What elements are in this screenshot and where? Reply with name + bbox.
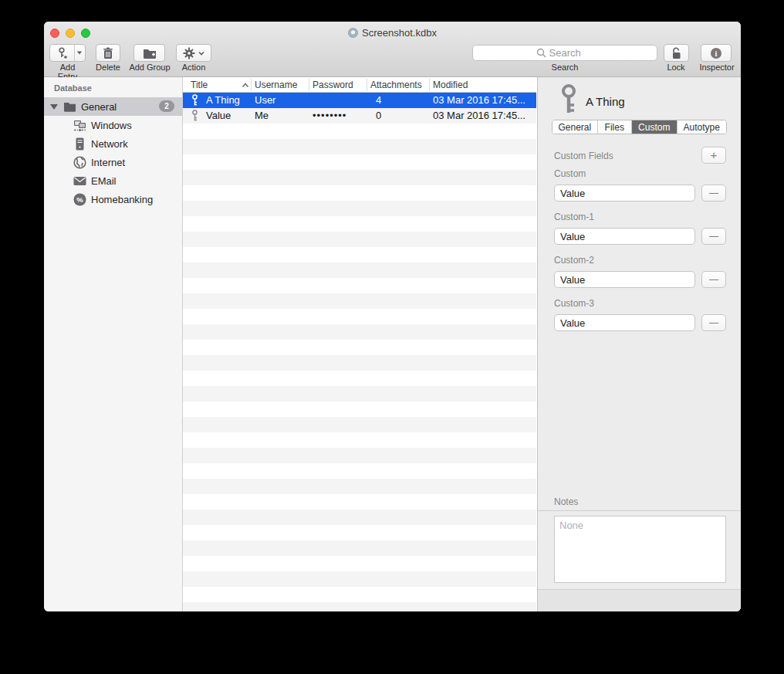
cell-username: Me xyxy=(255,110,269,121)
column-header-attachments[interactable]: Attachments xyxy=(370,80,422,90)
sidebar-item-internet[interactable]: Internet xyxy=(44,153,183,171)
table-body: A Thing User 4 03 Mar 2016 17:45... Valu… xyxy=(183,93,536,611)
column-header-title[interactable]: Title xyxy=(191,80,208,90)
custom-field-label: Custom-1 xyxy=(554,212,594,222)
cell-modified: 03 Mar 2016 17:45... xyxy=(433,94,534,106)
key-icon xyxy=(191,110,199,122)
folder-plus-icon xyxy=(143,47,157,59)
add-group-label: Add Group xyxy=(126,63,174,72)
cell-password: •••••••• xyxy=(313,110,346,121)
lock-button[interactable] xyxy=(664,44,689,62)
cell-title: A Thing xyxy=(206,94,240,106)
search-icon xyxy=(536,48,546,58)
custom-field-label: Custom-2 xyxy=(554,255,594,266)
sidebar-item-homebanking[interactable]: % Homebanking xyxy=(44,190,183,208)
info-icon: i xyxy=(710,47,722,59)
cell-modified: 03 Mar 2016 17:45... xyxy=(433,110,534,121)
envelope-icon xyxy=(73,174,86,188)
add-entry-dropdown[interactable] xyxy=(75,51,85,55)
globe-icon xyxy=(73,156,86,169)
sort-ascending-icon xyxy=(242,83,249,88)
column-divider[interactable] xyxy=(367,79,367,91)
tab-files[interactable]: Files xyxy=(598,120,632,134)
tab-general[interactable]: General xyxy=(553,120,598,134)
folder-icon xyxy=(63,101,76,112)
tab-autotype[interactable]: Autotype xyxy=(678,120,726,134)
column-header-modified[interactable]: Modified xyxy=(433,80,468,90)
custom-field-label: Custom-3 xyxy=(554,298,594,309)
desktop-background: Screenshot.kdbx Add En xyxy=(0,0,784,674)
delete-label: Delete xyxy=(88,63,128,72)
action-label: Action xyxy=(168,63,219,72)
action-button[interactable] xyxy=(176,44,211,62)
sidebar-section-header: Database xyxy=(54,83,92,93)
svg-text:%: % xyxy=(76,195,83,204)
svg-text:i: i xyxy=(715,49,718,58)
unlocked-padlock-icon xyxy=(671,47,682,59)
trash-icon xyxy=(103,47,113,59)
remove-custom-field-button[interactable]: — xyxy=(701,185,726,202)
percent-circle-icon: % xyxy=(73,193,86,206)
inspector-footer xyxy=(538,589,741,611)
add-group-button[interactable] xyxy=(133,44,165,62)
sidebar-item-label: Internet xyxy=(91,157,125,168)
windows-network-icon xyxy=(73,119,86,132)
custom-field-value-input[interactable] xyxy=(554,271,695,288)
inspector-button[interactable]: i xyxy=(701,44,732,62)
table-row[interactable]: Value Me •••••••• 0 03 Mar 2016 17:45... xyxy=(183,108,536,124)
delete-button[interactable] xyxy=(96,44,120,62)
inspector-entry-title: A Thing xyxy=(586,95,625,108)
custom-field-value-input[interactable] xyxy=(554,228,695,245)
disclosure-triangle-icon[interactable] xyxy=(50,104,58,110)
sidebar-item-network[interactable]: Network xyxy=(44,134,183,153)
sidebar-item-email[interactable]: EMail xyxy=(44,171,183,190)
search-input[interactable] xyxy=(549,47,594,59)
document-proxy-icon xyxy=(348,28,358,38)
sidebar-group-general[interactable]: General 2 xyxy=(44,97,183,116)
remove-custom-field-button[interactable]: — xyxy=(701,271,726,288)
custom-field-label: Custom xyxy=(554,168,586,179)
entry-key-icon xyxy=(559,84,579,115)
sidebar-item-label: Homebanking xyxy=(91,194,153,205)
column-header-password[interactable]: Password xyxy=(313,80,353,90)
inspector-panel: A Thing General Files Custom Autotype Cu… xyxy=(537,77,741,611)
column-header-username[interactable]: Username xyxy=(255,80,297,90)
cell-title: Value xyxy=(206,110,231,121)
column-divider[interactable] xyxy=(251,79,252,91)
cell-username: User xyxy=(255,94,275,106)
remove-custom-field-button[interactable]: — xyxy=(701,314,726,331)
sidebar-item-label: EMail xyxy=(91,175,117,187)
window-title: Screenshot.kdbx xyxy=(44,27,741,39)
entry-count-badge: 2 xyxy=(159,100,174,112)
gear-icon xyxy=(183,47,195,59)
cell-attachments: 0 xyxy=(376,110,381,121)
entry-table: Title Username Password Attachments Modi… xyxy=(183,77,536,611)
sidebar-group-label: General xyxy=(81,101,117,113)
remove-custom-field-button[interactable]: — xyxy=(701,228,726,245)
macpass-window: Screenshot.kdbx Add En xyxy=(44,22,741,611)
add-custom-field-button[interactable]: + xyxy=(701,147,726,164)
dropdown-arrow-icon xyxy=(77,52,82,55)
search-field[interactable] xyxy=(472,45,657,61)
column-divider[interactable] xyxy=(309,79,309,91)
custom-field-value-input[interactable] xyxy=(554,314,695,331)
notes-textarea[interactable] xyxy=(554,516,726,583)
window-chrome: Screenshot.kdbx Add En xyxy=(44,22,741,77)
notes-divider xyxy=(538,510,741,511)
notes-heading: Notes xyxy=(554,496,578,507)
add-entry-button[interactable] xyxy=(49,44,86,62)
chevron-down-icon xyxy=(198,51,204,56)
table-row[interactable]: A Thing User 4 03 Mar 2016 17:45... xyxy=(183,93,536,108)
custom-field-value-input[interactable] xyxy=(554,185,695,202)
cell-attachments: 4 xyxy=(376,94,381,106)
inspector-tab-bar: General Files Custom Autotype xyxy=(552,120,727,134)
sidebar-item-windows[interactable]: Windows xyxy=(44,116,183,134)
custom-fields-heading: Custom Fields xyxy=(554,151,613,161)
lock-label: Lock xyxy=(658,63,694,72)
key-plus-icon xyxy=(56,47,68,59)
tab-custom[interactable]: Custom xyxy=(632,120,678,134)
sidebar-item-label: Windows xyxy=(91,120,132,131)
column-divider[interactable] xyxy=(429,79,430,91)
table-header: Title Username Password Attachments Modi… xyxy=(183,77,536,93)
server-icon xyxy=(73,137,86,151)
